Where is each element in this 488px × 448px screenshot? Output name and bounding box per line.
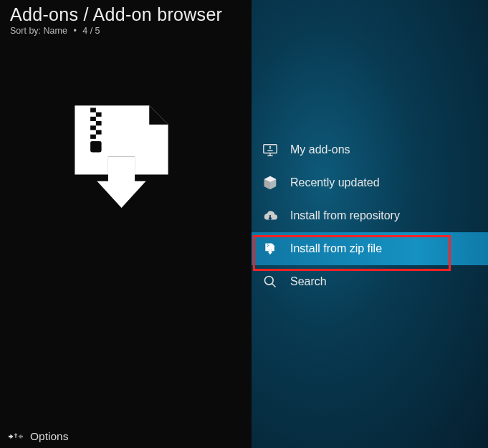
box-icon [262, 174, 279, 191]
header-subtitle: Sort by: Name • 4 / 5 [10, 26, 241, 36]
options-arrows-icon [9, 429, 23, 444]
svg-rect-4 [90, 125, 96, 130]
svg-rect-7 [90, 141, 102, 153]
svg-rect-13 [268, 245, 269, 246]
svg-rect-1 [96, 113, 102, 117]
menu-item-label: Search [290, 275, 327, 288]
header: Add-ons / Add-on browser Sort by: Name •… [0, 0, 252, 39]
sort-label: Sort by: Name [10, 26, 67, 36]
separator-dot: • [73, 26, 76, 36]
options-button[interactable]: Options [9, 429, 68, 444]
svg-line-16 [272, 284, 276, 287]
svg-rect-12 [267, 244, 268, 244]
left-panel: Add-ons / Add-on browser Sort by: Name •… [0, 0, 252, 448]
zip-file-icon [262, 240, 279, 257]
svg-rect-0 [90, 108, 96, 112]
options-label: Options [30, 430, 68, 443]
search-icon [262, 273, 279, 290]
svg-rect-5 [96, 130, 102, 134]
menu-list: My add-ons Recently updated Install from… [252, 133, 488, 298]
right-panel: My add-ons Recently updated Install from… [252, 0, 488, 448]
menu-item-search[interactable]: Search [252, 265, 488, 298]
svg-rect-14 [267, 246, 268, 247]
zip-download-icon [66, 99, 177, 210]
menu-item-label: Install from zip file [290, 242, 382, 255]
menu-item-label: My add-ons [290, 143, 350, 156]
svg-rect-2 [90, 117, 96, 121]
svg-rect-3 [96, 121, 102, 125]
menu-item-recently-updated[interactable]: Recently updated [252, 166, 488, 199]
monitor-icon [262, 141, 279, 158]
cloud-download-icon [262, 207, 279, 224]
svg-rect-6 [90, 135, 96, 139]
menu-item-install-repository[interactable]: Install from repository [252, 199, 488, 232]
position-indicator: 4 / 5 [82, 26, 100, 36]
menu-item-my-addons[interactable]: My add-ons [252, 133, 488, 166]
menu-item-install-zip[interactable]: Install from zip file [252, 232, 488, 265]
svg-point-15 [265, 277, 274, 285]
page-title: Add-ons / Add-on browser [10, 4, 241, 25]
menu-item-label: Install from repository [290, 209, 400, 222]
menu-item-label: Recently updated [290, 176, 380, 189]
